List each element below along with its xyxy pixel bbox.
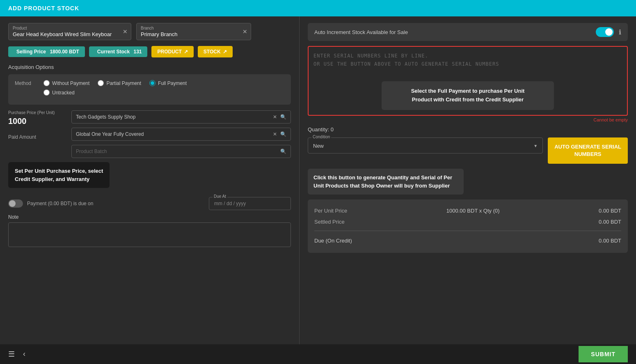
back-icon[interactable]: ‹ bbox=[23, 350, 25, 359]
warranty-search-box[interactable]: Global One Year Fully Covered ✕ 🔍 bbox=[71, 128, 291, 141]
radio-group: Without Payment Partial Payment Full Pay… bbox=[43, 80, 187, 86]
payment-toggle-row: Payment (0.00 BDT) is due on Due At mm /… bbox=[8, 197, 291, 210]
settled-price-value: 0.00 BDT bbox=[599, 219, 621, 225]
acquisition-box: Method Without Payment Partial Payment F… bbox=[8, 74, 291, 105]
radio-partial-payment[interactable]: Partial Payment bbox=[98, 80, 141, 86]
serial-placeholder-line1: ENTER SERIAL NUMBERS LINE BY LINE. bbox=[313, 53, 428, 59]
selling-price-badge: Selling Price 1800.00 BDT bbox=[8, 46, 85, 57]
serial-textarea-box[interactable]: ENTER SERIAL NUMBERS LINE BY LINE. OR US… bbox=[308, 46, 628, 116]
main-layout: Product Gear Head Keyboard Wired Slim Ke… bbox=[0, 16, 636, 344]
per-unit-price-label: Per Unit Price bbox=[314, 208, 347, 214]
serial-placeholder-line2: OR USE THE BUTTON ABOVE TO AUTO GENERATE… bbox=[313, 61, 499, 67]
branch-field[interactable]: Branch Primary Branch ✕ bbox=[136, 23, 251, 40]
price-summary: Per Unit Price 1000.00 BDT x Qty (0) 0.0… bbox=[308, 199, 628, 253]
top-inputs: Product Gear Head Keyboard Wired Slim Ke… bbox=[8, 23, 291, 40]
due-credit-value: 0.00 BDT bbox=[599, 238, 621, 244]
auto-generate-button[interactable]: AUTO GENERATE SERIAL NUMBERS bbox=[548, 137, 628, 164]
batch-placeholder: Product Batch bbox=[76, 149, 107, 154]
auto-increment-row: Auto Increment Stock Available for Sale … bbox=[308, 23, 628, 41]
supplier-warranty-col: Tech Gadgets Supply Shop ✕ 🔍 Global One … bbox=[71, 110, 291, 158]
stock-button[interactable]: STOCK ↗ bbox=[198, 46, 233, 57]
radio-full-payment-label: Full Payment bbox=[158, 80, 187, 86]
per-unit-price-calc: 1000.00 BDT x Qty (0) bbox=[446, 208, 500, 214]
warranty-icons: ✕ 🔍 bbox=[273, 131, 286, 137]
cannot-empty-msg: Cannot be empty bbox=[308, 117, 628, 122]
external-link-icon: ↗ bbox=[184, 49, 188, 55]
current-stock-label: Current Stock bbox=[97, 49, 130, 55]
submit-button[interactable]: SUBMIT bbox=[579, 346, 628, 362]
batch-search-icon[interactable]: 🔍 bbox=[280, 149, 286, 154]
warranty-clear-icon[interactable]: ✕ bbox=[273, 131, 277, 137]
product-label: Product bbox=[13, 26, 127, 30]
external-link-icon2: ↗ bbox=[223, 49, 227, 55]
note-textarea[interactable] bbox=[8, 222, 291, 247]
auto-generate-label: AUTO GENERATE SERIAL NUMBERS bbox=[554, 144, 621, 157]
auto-gen-tooltip: Click this button to generate Quantity a… bbox=[308, 169, 464, 195]
callout-text: Set Per Unit Purchase Price, selectCredi… bbox=[15, 168, 103, 182]
branch-close-icon[interactable]: ✕ bbox=[243, 28, 247, 35]
price-paid-col: Purchase Price (Per Unit) 1000 Paid Amou… bbox=[8, 110, 66, 140]
callout-box: Set Per Unit Purchase Price, selectCredi… bbox=[8, 162, 110, 188]
condition-field[interactable]: Condition New ▼ bbox=[308, 137, 543, 153]
batch-search-box[interactable]: Product Batch 🔍 bbox=[71, 145, 291, 158]
auto-increment-label: Auto Increment Stock Available for Sale bbox=[314, 29, 408, 35]
bottom-bar: ☰ ‹ SUBMIT bbox=[0, 344, 636, 364]
radio-untracked-label: Untracked bbox=[52, 90, 75, 96]
payment-toggle-label: Payment (0.00 BDT) is due on bbox=[27, 201, 93, 206]
condition-wrap: Condition New ▼ bbox=[308, 137, 543, 153]
condition-value: New bbox=[313, 143, 324, 149]
product-btn-label: PRODUCT bbox=[157, 49, 181, 55]
radio-untracked[interactable]: Untracked bbox=[43, 89, 75, 96]
radio-without-payment-input[interactable] bbox=[43, 80, 50, 86]
branch-label: Branch bbox=[141, 26, 247, 30]
due-credit-row: Due (On Credit) 0.00 BDT bbox=[314, 234, 621, 247]
quantity-label: Quantity: bbox=[308, 126, 329, 133]
due-credit-label: Due (On Credit) bbox=[314, 238, 352, 244]
stock-btn-label: STOCK bbox=[204, 49, 221, 55]
warranty-value: Global One Year Fully Covered bbox=[76, 131, 144, 137]
method-label: Method bbox=[15, 80, 39, 86]
product-button[interactable]: PRODUCT ↗ bbox=[151, 46, 193, 57]
quantity-value: 0 bbox=[331, 126, 334, 133]
left-panel: Product Gear Head Keyboard Wired Slim Ke… bbox=[0, 16, 300, 344]
due-at-label: Due At bbox=[213, 194, 227, 199]
due-at-wrap: Due At mm / dd / yyyy bbox=[209, 197, 291, 210]
method-row: Method Without Payment Partial Payment F… bbox=[15, 80, 284, 86]
info-icon[interactable]: ℹ bbox=[619, 28, 621, 36]
payment-toggle[interactable] bbox=[8, 199, 23, 208]
radio-partial-payment-label: Partial Payment bbox=[106, 80, 141, 86]
method-row-2: Untracked bbox=[15, 89, 284, 96]
due-at-field[interactable]: Due At mm / dd / yyyy bbox=[209, 197, 291, 210]
condition-caret-icon: ▼ bbox=[533, 144, 538, 148]
product-close-icon[interactable]: ✕ bbox=[123, 28, 128, 35]
menu-icon[interactable]: ☰ bbox=[8, 350, 15, 359]
supplier-clear-icon[interactable]: ✕ bbox=[273, 114, 277, 120]
serial-tooltip-box: Select the Full Payment to purchase Per … bbox=[382, 81, 554, 110]
product-field[interactable]: Product Gear Head Keyboard Wired Slim Ke… bbox=[8, 23, 131, 40]
supplier-search-icon[interactable]: 🔍 bbox=[280, 114, 286, 120]
purchase-price-label: Purchase Price (Per Unit) bbox=[8, 110, 66, 115]
current-stock-badge: Current Stock 131 bbox=[89, 46, 148, 57]
current-stock-value: 131 bbox=[133, 49, 142, 55]
radio-untracked-input[interactable] bbox=[43, 89, 50, 96]
info-row: Selling Price 1800.00 BDT Current Stock … bbox=[8, 46, 291, 57]
auto-increment-toggle[interactable] bbox=[596, 27, 614, 37]
settled-price-label: Settled Price bbox=[314, 219, 345, 225]
page-title: ADD PRODUCT STOCK bbox=[8, 5, 79, 11]
radio-partial-payment-input[interactable] bbox=[98, 80, 104, 86]
radio-without-payment[interactable]: Without Payment bbox=[43, 80, 89, 86]
top-bar: ADD PRODUCT STOCK bbox=[0, 0, 636, 16]
batch-icons: 🔍 bbox=[280, 149, 286, 154]
radio-full-payment-input[interactable] bbox=[149, 80, 156, 86]
radio-without-payment-label: Without Payment bbox=[52, 80, 89, 86]
right-panel: Auto Increment Stock Available for Sale … bbox=[300, 16, 636, 344]
settled-price-row: Settled Price 0.00 BDT bbox=[314, 216, 621, 227]
note-section: Note bbox=[8, 214, 291, 249]
condition-autogen-row: Condition New ▼ AUTO GENERATE SERIAL NUM… bbox=[308, 137, 628, 164]
due-at-placeholder: mm / dd / yyyy bbox=[214, 201, 246, 206]
purchase-price-value: 1000 bbox=[8, 117, 66, 126]
supplier-search-box[interactable]: Tech Gadgets Supply Shop ✕ 🔍 bbox=[71, 110, 291, 124]
radio-full-payment[interactable]: Full Payment bbox=[149, 80, 187, 86]
warranty-search-icon[interactable]: 🔍 bbox=[280, 131, 286, 137]
serial-tooltip-text: Select the Full Payment to purchase Per … bbox=[390, 87, 546, 104]
